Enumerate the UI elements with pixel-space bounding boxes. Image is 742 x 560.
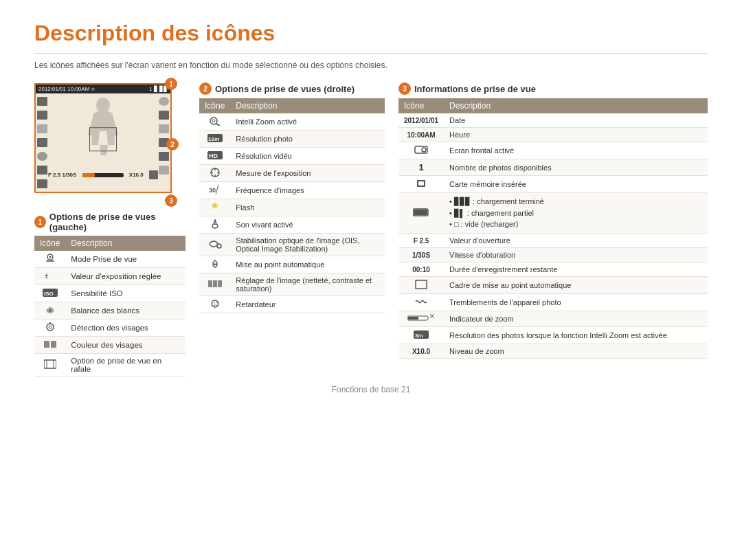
table-row: HD Résolution vidéo: [199, 148, 385, 165]
icon-cell: F 2.5: [398, 233, 444, 247]
badge-3: 3: [165, 194, 177, 207]
section3-col-icone: Icône: [398, 98, 444, 113]
icon-cell: 16m: [199, 131, 230, 148]
table-row: Intelli Zoom activé: [199, 113, 385, 131]
svg-rect-39: [418, 181, 424, 186]
section2-col-desc: Description: [230, 98, 385, 113]
svg-point-15: [210, 117, 217, 124]
desc-text: Valeur d'ouverture: [449, 236, 510, 245]
table-row: 16m Résolution photo: [199, 131, 385, 148]
desc-cell: Couleur des visages: [65, 337, 186, 354]
icon-cell: 00:10: [398, 262, 444, 276]
svg-text:16m: 16m: [208, 136, 219, 142]
section1: 1 Options de prise de vues (gauche) Icôn…: [34, 212, 186, 377]
desc-cell: Stabilisation optique de l'image (OIS, O…: [230, 234, 385, 256]
svg-line-16: [216, 124, 220, 126]
table-row: Mesure de l'exposition: [199, 165, 385, 182]
desc-text: Nombre de photos disponibles: [449, 164, 552, 172]
desc-text: Ecran frontal activé: [449, 146, 514, 155]
icon-cell: [398, 293, 444, 311]
cam-icon-5: [37, 152, 47, 161]
icon-cell: [199, 165, 230, 182]
cam-f-value: F 2.5 1/30S: [48, 172, 76, 178]
svg-point-8: [49, 326, 52, 328]
desc-cell: Option de prise de vue en rafale: [65, 354, 186, 377]
camera-left-icons: [37, 96, 47, 189]
desc-cell: Sensibilité ISO: [65, 285, 186, 302]
icon-cell: [398, 142, 444, 159]
svg-rect-41: [414, 210, 427, 215]
desc-cell: Son vivant activé: [230, 216, 385, 234]
icon-cell: [398, 176, 444, 193]
cam-icon-6: [37, 166, 47, 175]
table-row: Détection des visages: [34, 320, 186, 337]
icon-cell: [199, 199, 230, 216]
svg-rect-32: [213, 280, 217, 287]
table-row: ISO Sensibilité ISO: [34, 285, 186, 302]
desc-cell: Mesure de l'exposition: [230, 165, 385, 182]
cam-zoom-value: X10.0: [129, 172, 144, 178]
badge-1: 1: [165, 78, 177, 90]
desc-text: Indicateur de zoom: [449, 315, 514, 323]
desc-text: Durée d'enregistrement restante: [449, 265, 557, 273]
svg-line-28: [216, 185, 218, 194]
table-row: 1 Nombre de photos disponibles: [398, 159, 708, 176]
page-subtitle: Les icônes affichées sur l'écran varient…: [34, 60, 708, 70]
icon-cell: [34, 320, 65, 337]
icon-cell: ±: [34, 268, 65, 285]
desc-cell: Retardateur: [230, 296, 385, 313]
svg-point-17: [212, 120, 215, 122]
svg-rect-12: [44, 360, 56, 368]
desc-cell: Nombre de photos disponibles: [444, 159, 708, 176]
icon-cell: [34, 354, 65, 377]
bullet-item: ▊▊▊ : chargement terminé: [449, 196, 702, 208]
desc-text: Date: [449, 116, 465, 124]
desc-cell: Fréquence d'images: [230, 182, 385, 199]
desc-cell: Indicateur de zoom: [444, 311, 708, 326]
desc-cell: Vitesse d'obturation: [444, 247, 708, 262]
table-row: 10 Retardateur: [199, 296, 385, 313]
badge-2: 2: [166, 138, 179, 150]
table-row: Flash: [199, 199, 385, 216]
table-row: Cadre de mise au point automatique: [398, 276, 708, 293]
cam-icon-r1: [159, 97, 169, 106]
desc-cell: Cadre de mise au point automatique: [444, 276, 708, 293]
section1-title: 1 Options de prise de vues (gauche): [34, 212, 186, 232]
camera-preview: 2012/01/01 10:00AM ⌾ 1 ▊ ▊▊: [34, 83, 172, 193]
badge-3-text: 3: [169, 197, 173, 205]
desc-cell: Mode Prise de vue: [65, 251, 186, 268]
table-row: Ecran frontal activé: [398, 142, 708, 159]
svg-text:HD: HD: [209, 153, 218, 159]
desc-cell: Mise au point automatique: [230, 256, 385, 273]
icon-cell: HD: [199, 148, 230, 165]
desc-text: Niveau de zoom: [449, 347, 504, 355]
desc-text: Heure: [449, 131, 470, 139]
desc-cell: Ecran frontal activé: [444, 142, 708, 159]
camera-top-bar: 2012/01/01 10:00AM ⌾ 1 ▊ ▊▊: [36, 85, 170, 93]
svg-text:±: ±: [45, 272, 49, 280]
badge-1-text: 1: [169, 80, 173, 88]
svg-rect-10: [44, 341, 49, 348]
camera-section: 2012/01/01 10:00AM ⌾ 1 ▊ ▊▊: [34, 82, 186, 377]
cam-zoom-bar: [82, 173, 124, 177]
svg-rect-42: [416, 280, 427, 289]
table-row: Tremblements de l'appareil photo: [398, 293, 708, 311]
cam-icon-4: [37, 138, 47, 147]
svg-rect-44: [408, 317, 418, 320]
table-row: Mise au point automatique: [199, 256, 385, 273]
icon-cell: 1/30S: [398, 247, 444, 262]
desc-cell: Durée d'enregistrement restante: [444, 262, 708, 276]
page-footer: Fonctions de base 21: [34, 385, 708, 394]
icon-cell: [34, 337, 65, 354]
svg-text:3m: 3m: [415, 333, 423, 339]
svg-text:10: 10: [213, 302, 218, 306]
section3-table: Icône Description 2012/01/01 Date10:00AM…: [398, 98, 708, 359]
table-row: 10:00AM Heure: [398, 128, 708, 142]
section1-col-icone: Icône: [34, 236, 65, 251]
cam-icon-r5: [159, 152, 169, 161]
icon-cell: [34, 251, 65, 268]
icon-cell: [398, 193, 444, 234]
svg-point-2: [49, 256, 51, 258]
table-row: F 2.5 Valeur d'ouverture: [398, 233, 708, 247]
section2-number: 2: [199, 82, 212, 95]
